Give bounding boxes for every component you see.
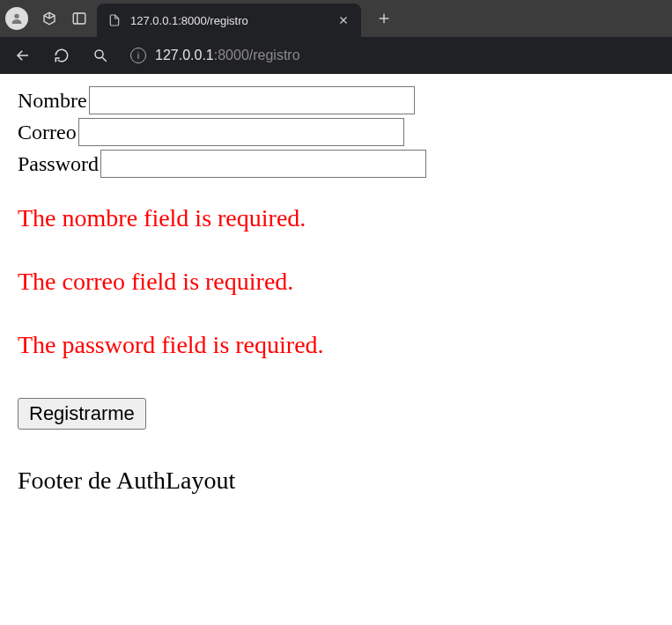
url-text: 127.0.0.1:8000/registro (155, 48, 300, 63)
browser-tab[interactable]: 127.0.0.1:8000/registro (97, 4, 361, 37)
form-row-nombre: Nombre (18, 86, 654, 114)
error-message: The password field is required. (18, 331, 654, 359)
footer-text: Footer de AuthLayout (18, 467, 654, 495)
tab-title: 127.0.0.1:8000/registro (130, 14, 328, 27)
workspaces-icon[interactable] (37, 6, 62, 31)
sidebar-toggle-icon[interactable] (67, 6, 92, 31)
browser-tab-strip: 127.0.0.1:8000/registro (0, 0, 672, 37)
close-tab-icon[interactable] (336, 13, 351, 27)
page-content: Nombre Correo Password The nombre field … (0, 74, 672, 507)
search-icon[interactable] (88, 43, 113, 68)
submit-button[interactable]: Registrarme (18, 398, 146, 430)
nombre-label: Nombre (18, 89, 87, 113)
address-bar[interactable]: i 127.0.0.1:8000/registro (127, 48, 661, 63)
profile-avatar-icon[interactable] (5, 7, 28, 30)
page-favicon-icon (107, 13, 122, 27)
password-label: Password (18, 152, 99, 176)
error-list: The nombre field is required. The correo… (18, 204, 654, 359)
error-message: The correo field is required. (18, 268, 654, 296)
svg-point-8 (95, 50, 103, 58)
refresh-button[interactable] (49, 43, 74, 68)
password-input[interactable] (100, 150, 426, 178)
form-row-correo: Correo (18, 118, 654, 146)
nombre-input[interactable] (89, 86, 415, 114)
correo-input[interactable] (78, 118, 404, 146)
correo-label: Correo (18, 121, 77, 144)
browser-toolbar: i 127.0.0.1:8000/registro (0, 37, 672, 74)
site-info-icon[interactable]: i (130, 48, 146, 63)
back-button[interactable] (11, 43, 35, 68)
error-message: The nombre field is required. (18, 204, 654, 232)
svg-rect-1 (73, 13, 85, 24)
svg-point-0 (14, 14, 18, 18)
form-row-password: Password (18, 150, 654, 178)
new-tab-button[interactable] (372, 6, 396, 31)
svg-line-9 (102, 57, 107, 62)
